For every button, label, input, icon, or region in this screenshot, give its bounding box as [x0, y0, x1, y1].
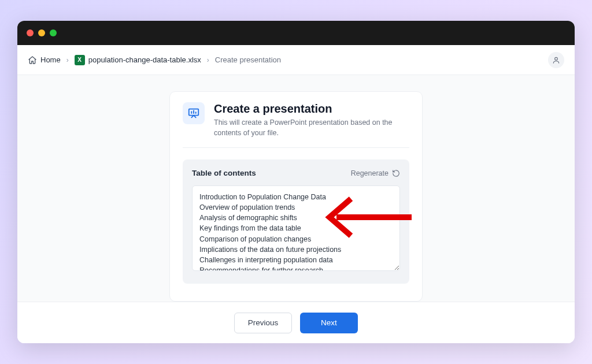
- svg-point-0: [555, 57, 558, 60]
- card-title: Create a presentation: [214, 102, 409, 116]
- toc-panel: Table of contents Regenerate: [183, 159, 409, 284]
- workspace: Create a presentation This will create a…: [17, 75, 575, 302]
- top-bar: Home › X population-change-data-table.xl…: [17, 45, 575, 75]
- maximize-window-button[interactable]: [50, 29, 57, 36]
- excel-file-icon: X: [75, 55, 85, 65]
- breadcrumb-current-label: Create presentation: [215, 55, 281, 64]
- app-window: Home › X population-change-data-table.xl…: [17, 21, 575, 343]
- breadcrumb-current: Create presentation: [215, 55, 281, 64]
- breadcrumb-home-label: Home: [40, 55, 61, 64]
- breadcrumb: Home › X population-change-data-table.xl…: [28, 55, 281, 65]
- breadcrumb-separator: ›: [66, 56, 69, 64]
- user-avatar[interactable]: [548, 52, 564, 68]
- card-header-text: Create a presentation This will create a…: [214, 102, 409, 138]
- home-icon: [28, 55, 37, 65]
- card-subtitle: This will create a PowerPoint presentati…: [214, 118, 409, 138]
- regenerate-button[interactable]: Regenerate: [351, 169, 400, 177]
- breadcrumb-file-label: population-change-data-table.xlsx: [88, 55, 201, 64]
- footer-bar: Previous Next: [17, 302, 575, 343]
- previous-button[interactable]: Previous: [234, 313, 292, 333]
- toc-heading: Table of contents: [192, 169, 256, 177]
- refresh-icon: [392, 169, 400, 177]
- create-presentation-card: Create a presentation This will create a…: [169, 91, 423, 302]
- toc-textarea[interactable]: [192, 185, 400, 271]
- regenerate-label: Regenerate: [351, 169, 388, 177]
- window-titlebar: [17, 21, 575, 45]
- user-icon: [552, 56, 560, 64]
- close-window-button[interactable]: [27, 29, 34, 36]
- breadcrumb-separator: ›: [207, 56, 209, 64]
- next-button[interactable]: Next: [300, 313, 358, 333]
- card-header: Create a presentation This will create a…: [183, 102, 409, 148]
- minimize-window-button[interactable]: [38, 29, 45, 36]
- presentation-icon: [183, 102, 205, 124]
- breadcrumb-home[interactable]: Home: [28, 55, 61, 65]
- toc-header: Table of contents Regenerate: [192, 169, 400, 177]
- breadcrumb-file[interactable]: X population-change-data-table.xlsx: [75, 55, 201, 65]
